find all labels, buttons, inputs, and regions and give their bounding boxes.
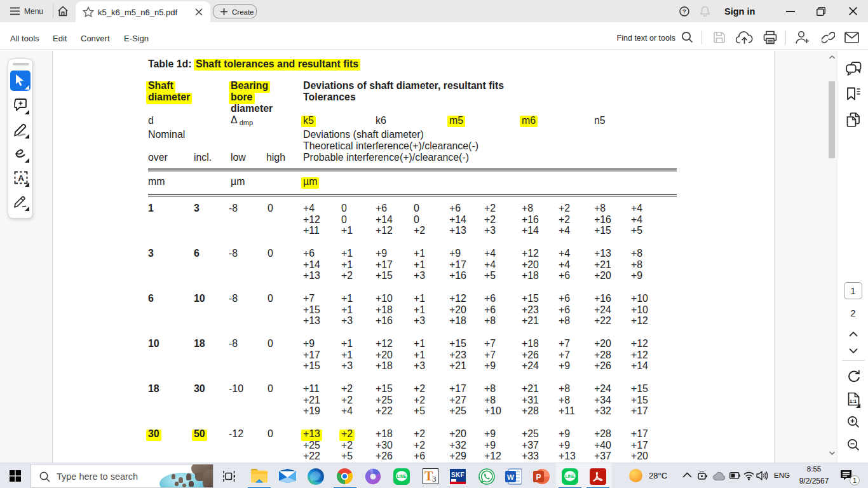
svg-text:LINE: LINE bbox=[397, 474, 407, 478]
svg-text:A: A bbox=[18, 173, 24, 183]
svg-text:W: W bbox=[507, 473, 514, 481]
svg-text:LINE: LINE bbox=[566, 474, 575, 478]
svg-text:P: P bbox=[536, 473, 541, 482]
